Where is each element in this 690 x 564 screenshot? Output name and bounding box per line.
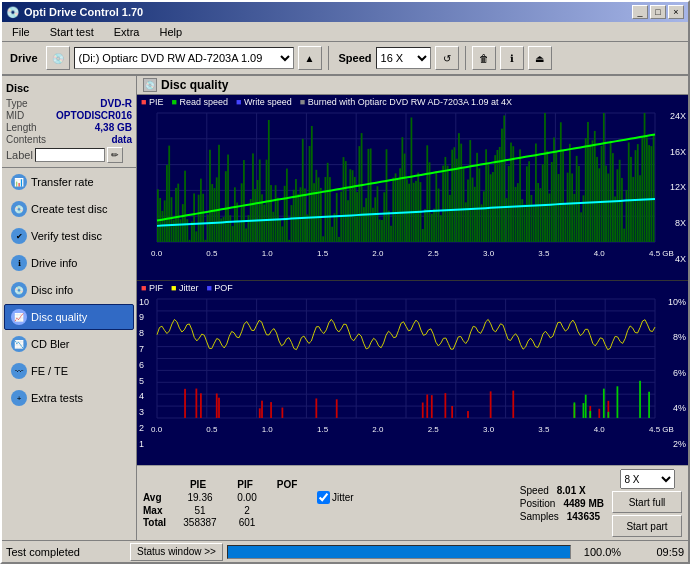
maximize-button[interactable]: □ [650, 5, 666, 19]
label-edit-icon[interactable]: ✏ [107, 147, 123, 163]
extra-tests-label: Extra tests [31, 392, 83, 404]
bottom-chart-y-right: 10% 8% 6% 4% 2% [668, 297, 686, 450]
stat-avg-pif: 0.00 [227, 492, 267, 503]
nav-buttons: 📊 Transfer rate 💿 Create test disc ✔ Ver… [2, 168, 136, 412]
disc-info-panel: Disc Type DVD-R MID OPTODISCR016 Length … [2, 76, 136, 168]
refresh-button[interactable]: ↺ [435, 46, 459, 70]
disc-label-key: Label [6, 149, 33, 161]
verify-test-icon: ✔ [11, 228, 27, 244]
y-label-12x: 12X [670, 182, 686, 192]
menu-help[interactable]: Help [153, 24, 188, 40]
main-content: Disc Type DVD-R MID OPTODISCR016 Length … [2, 76, 688, 540]
stat-total-pif: 601 [227, 517, 267, 528]
create-test-icon: 💿 [11, 201, 27, 217]
drive-select[interactable]: (Di:) Optiarc DVD RW AD-7203A 1.09 [74, 47, 294, 69]
top-chart-canvas [137, 95, 685, 260]
speed-action-select[interactable]: 8 X [620, 469, 675, 489]
start-full-button[interactable]: Start full [612, 491, 682, 513]
app-title: Opti Drive Control 1.70 [24, 6, 143, 18]
sidebar-item-extra-tests[interactable]: + Extra tests [4, 385, 134, 411]
stat-header-pof: POF [267, 479, 307, 490]
toolbar-divider-2 [465, 46, 466, 70]
legend-pie: ■ PIE [141, 97, 163, 107]
menu-file[interactable]: File [6, 24, 36, 40]
jitter-label: Jitter [332, 492, 354, 503]
minimize-button[interactable]: _ [632, 5, 648, 19]
toolbar-divider [328, 46, 329, 70]
sidebar-item-verify-test-disc[interactable]: ✔ Verify test disc [4, 223, 134, 249]
disc-contents-row: Contents data [6, 134, 132, 145]
jitter-checkbox[interactable] [317, 491, 330, 504]
samples-row: Samples 143635 [520, 511, 604, 522]
disc-info-icon: 💿 [11, 282, 27, 298]
disc-contents-val: data [111, 134, 132, 145]
sidebar: Disc Type DVD-R MID OPTODISCR016 Length … [2, 76, 137, 540]
disc-quality-label: Disc quality [31, 311, 87, 323]
right-panel: 💿 Disc quality ■ PIE ■ Read speed ■ Writ… [137, 76, 688, 540]
sidebar-item-cd-bler[interactable]: 📉 CD Bler [4, 331, 134, 357]
stat-headers: PIE PIF POF [173, 479, 354, 490]
speed-stat-val: 8.01 X [557, 485, 586, 496]
samples-stat-val: 143635 [567, 511, 600, 522]
disc-mid-key: MID [6, 110, 24, 121]
jitter-checkbox-label: Jitter [317, 491, 354, 504]
bottom-chart-canvas [137, 281, 685, 436]
status-text: Test completed [6, 546, 126, 558]
sidebar-item-fe-te[interactable]: 〰 FE / TE [4, 358, 134, 384]
y-label-24x: 24X [670, 111, 686, 121]
cd-bler-icon: 📉 [11, 336, 27, 352]
disc-label-input[interactable] [35, 148, 105, 162]
disc-label-row: Label ✏ [6, 147, 132, 163]
disc-section-label: Disc [6, 80, 132, 97]
sidebar-item-disc-info[interactable]: 💿 Disc info [4, 277, 134, 303]
transfer-rate-label: Transfer rate [31, 176, 94, 188]
sidebar-item-disc-quality[interactable]: 📈 Disc quality [4, 304, 134, 330]
cd-bler-label: CD Bler [31, 338, 70, 350]
disc-quality-icon: 📈 [11, 309, 27, 325]
disc-info-label: Disc info [31, 284, 73, 296]
close-button[interactable]: × [668, 5, 684, 19]
disc-mid-val: OPTODISCR016 [56, 110, 132, 121]
sidebar-item-transfer-rate[interactable]: 📊 Transfer rate [4, 169, 134, 195]
drive-icon-btn[interactable]: 💿 [46, 46, 70, 70]
stat-max-pif: 2 [227, 505, 267, 516]
panel-title: 💿 Disc quality [137, 76, 688, 95]
action-area: 8 X Start full Start part [612, 469, 682, 537]
info-button[interactable]: ℹ [500, 46, 524, 70]
stats-bar: PIE PIF POF Avg 19.36 0.00 Jitter [137, 465, 688, 540]
menu-start-test[interactable]: Start test [44, 24, 100, 40]
stat-header-pie: PIE [173, 479, 223, 490]
extra-tests-icon: + [11, 390, 27, 406]
stat-max-label: Max [143, 505, 173, 516]
drive-properties-button[interactable]: ▲ [298, 46, 322, 70]
menu-extra[interactable]: Extra [108, 24, 146, 40]
create-test-label: Create test disc [31, 203, 107, 215]
eject-button[interactable]: ⏏ [528, 46, 552, 70]
disc-mid-row: MID OPTODISCR016 [6, 110, 132, 121]
title-bar: 💿 Opti Drive Control 1.70 _ □ × [2, 2, 688, 22]
panel-title-text: Disc quality [161, 78, 228, 92]
stat-total-row: Total 358387 601 [143, 517, 354, 528]
speed-select[interactable]: 16 X [376, 47, 431, 69]
start-part-button[interactable]: Start part [612, 515, 682, 537]
speed-row: Speed 8.01 X [520, 485, 604, 496]
erase-button[interactable]: 🗑 [472, 46, 496, 70]
sidebar-item-create-test-disc[interactable]: 💿 Create test disc [4, 196, 134, 222]
y-label-4x: 4X [670, 254, 686, 264]
position-stat-val: 4489 MB [563, 498, 604, 509]
stat-avg-pie: 19.36 [175, 492, 225, 503]
stat-total-label: Total [143, 517, 173, 528]
disc-length-val: 4,38 GB [95, 122, 132, 133]
y-label-16x: 16X [670, 147, 686, 157]
transfer-rate-icon: 📊 [11, 174, 27, 190]
app-window: 💿 Opti Drive Control 1.70 _ □ × File Sta… [0, 0, 690, 564]
progress-bar-fill [228, 546, 570, 558]
disc-length-key: Length [6, 122, 37, 133]
bottom-chart: ■ PIF ■ Jitter ■ POF 10 9 8 7 6 5 4 [137, 281, 688, 466]
status-window-button[interactable]: Status window >> [130, 543, 223, 561]
y-label-8x: 8X [670, 218, 686, 228]
time-display: 09:59 [634, 546, 684, 558]
speed-stat-label: Speed [520, 485, 549, 496]
sidebar-item-drive-info[interactable]: ℹ Drive info [4, 250, 134, 276]
samples-stat-label: Samples [520, 511, 559, 522]
